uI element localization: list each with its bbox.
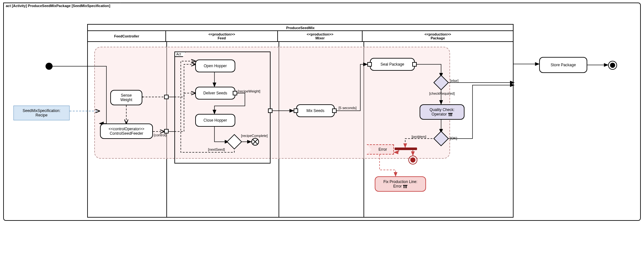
stereotype-label: <<controlOperator>>	[109, 127, 144, 131]
initial-node	[46, 63, 53, 70]
action-store-package: Store Package	[539, 57, 587, 73]
flow-final-node	[251, 138, 259, 146]
guard-5seconds: [5 seconds]	[339, 106, 356, 110]
guard-recipeweight: [recipeWeight]	[238, 89, 260, 93]
guard-nextseed: [nextSeed]	[208, 148, 225, 151]
swimlane-title: ProduceSeedMix	[88, 25, 513, 31]
pin	[332, 108, 337, 113]
lane-package: <<production>>Package	[363, 31, 513, 41]
structured-act-tab: Act	[174, 52, 186, 57]
lane-mixer: <<production>>Mixer	[278, 31, 363, 41]
action-control-seed-feeder: <<controlOperator>>ControlSeedFeeder	[100, 124, 153, 139]
lane-feedcontroller: FeedController	[88, 31, 166, 41]
rake-icon	[403, 185, 407, 188]
guard-problem: [problem]	[412, 135, 426, 139]
lane-label: Mixer	[278, 36, 362, 40]
pin	[294, 108, 298, 113]
lane-stereo: <<production>>	[166, 32, 277, 36]
guard-else: [else]	[450, 79, 458, 83]
guard-checkrequired: [checkRequired]	[429, 92, 455, 95]
rake-icon	[448, 113, 453, 116]
action-sense-weight: Sense Weight	[110, 90, 142, 105]
pin	[233, 91, 237, 95]
pin	[164, 95, 169, 99]
lane-stereo: <<production>>	[363, 32, 513, 36]
lane-label: FeedController	[88, 34, 165, 38]
action-deliver-seeds: Deliver Seeds	[195, 87, 235, 100]
lanes-body: Sense Weight <<controlOperator>>ControlS…	[88, 42, 513, 217]
action-open-hopper: Open Hopper	[195, 60, 235, 72]
guard-control: {control}	[154, 133, 166, 137]
action-mix-seeds: Mix Seeds	[296, 104, 335, 117]
action-seal-package: Seal Package	[370, 58, 415, 71]
lane-label: Package	[363, 36, 513, 40]
action-close-hopper: Close Hopper	[195, 114, 235, 127]
lane-stereo: <<production>>	[278, 32, 362, 36]
action-quality-check: Quality Check: Operator	[420, 104, 464, 120]
swimlane-produceseedmix: ProduceSeedMix FeedController <<producti…	[87, 24, 514, 218]
pin	[367, 62, 372, 67]
guard-ok: [OK]	[450, 136, 457, 140]
action-label: Fix Production Line: Error	[383, 180, 417, 188]
pin	[268, 108, 272, 113]
frame-header: act [Activity] ProduceSeedMixPackage [Se…	[3, 3, 121, 8]
action-label: ControlSeedFeeder	[109, 131, 144, 136]
action-fix-production: Fix Production Line: Error	[375, 176, 426, 192]
pin	[164, 129, 169, 133]
diagram-frame: act [Activity] ProduceSeedMixPackage [Se…	[3, 3, 641, 221]
pin	[412, 62, 417, 67]
lane-label: Feed	[166, 36, 277, 40]
fork-node	[395, 148, 417, 150]
activity-final	[608, 61, 617, 70]
guard-recipecomplete: [recipeComplete]	[241, 134, 268, 138]
lanes-header: FeedController <<production>>Feed <<prod…	[88, 31, 513, 42]
final-error	[408, 156, 417, 164]
lane-feed: <<production>>Feed	[166, 31, 278, 41]
input-seedmixspec: SeedMixSpecification: Recipe	[13, 106, 70, 120]
